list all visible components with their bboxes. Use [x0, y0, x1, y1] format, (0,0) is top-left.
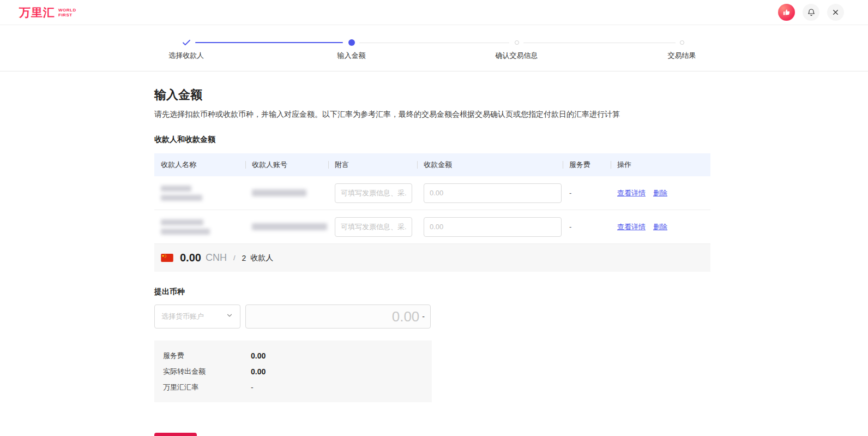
col-header-amount: 收款金额: [417, 160, 563, 170]
step-result: 交易结果: [622, 38, 742, 61]
step-label: 输入金额: [292, 51, 412, 61]
transfer-stepper: 选择收款人 输入金额 确认交易信息 交易结果: [104, 25, 764, 71]
withdraw-amount-value: 0.00: [392, 308, 420, 325]
col-header-recipient-account: 收款人账号: [245, 160, 328, 170]
step-label: 交易结果: [622, 51, 742, 61]
stepper-band: 选择收款人 输入金额 确认交易信息 交易结果: [0, 25, 868, 71]
fee-value: -: [563, 189, 611, 197]
totals-label: 万里汇汇率: [163, 383, 251, 392]
view-detail-link[interactable]: 查看详情: [617, 188, 646, 198]
step-pending-dot-icon: [515, 40, 519, 45]
fee-value: -: [563, 223, 611, 231]
memo-cell: [328, 183, 417, 203]
table-header-row: 收款人名称 收款人账号 附言 收款金额 服务费 操作: [154, 153, 710, 176]
recipients-section-title: 收款人和收款金额: [154, 135, 710, 145]
recipient-count: 2: [242, 254, 246, 262]
totals-value: 0.00: [251, 351, 266, 360]
totals-label: 实际转出金额: [163, 367, 251, 377]
totals-row-fee: 服务费 0.00: [163, 348, 423, 363]
withdraw-section-title: 提出币种: [154, 287, 710, 297]
delete-link[interactable]: 删除: [653, 188, 667, 198]
col-header-fee: 服务费: [563, 160, 611, 170]
col-header-actions: 操作: [611, 160, 710, 170]
step-confirm-info: 确认交易信息: [457, 38, 577, 61]
total-amount: 0.00: [180, 252, 201, 264]
memo-input[interactable]: [335, 183, 412, 203]
totals-label: 服务费: [163, 351, 251, 361]
amount-cell: [417, 183, 563, 203]
slash-separator: /: [233, 254, 236, 262]
col-header-memo: 附言: [328, 160, 417, 170]
recipient-count-label: 收款人: [250, 253, 273, 263]
chevron-down-icon: [226, 312, 233, 321]
withdraw-amount-suffix: -: [422, 312, 425, 321]
notifications-button[interactable]: [803, 4, 819, 21]
step-active-dot-icon: [348, 39, 355, 46]
table-row: - 查看详情 删除: [154, 210, 710, 244]
receive-amount-input[interactable]: [424, 183, 562, 203]
withdraw-amount-input[interactable]: 0.00 -: [245, 304, 431, 329]
step-enter-amount: 输入金额: [292, 38, 412, 61]
logo-en-text: WORLD FIRST: [58, 8, 76, 17]
feedback-button[interactable]: [778, 4, 795, 21]
page-subtitle: 请先选择扣款币种或收款币种，并输入对应金额。以下汇率为参考汇率，最终的交易金额会…: [154, 110, 710, 120]
step-label: 确认交易信息: [457, 51, 577, 61]
table-row: - 查看详情 删除: [154, 176, 710, 210]
next-step-button[interactable]: 下一步: [154, 433, 197, 436]
recipient-name-redacted: [154, 186, 245, 201]
recipient-account-redacted: [245, 223, 328, 230]
thumb-up-icon: [782, 8, 791, 16]
topbar-icons: [778, 4, 844, 21]
col-header-recipient-name: 收款人名称: [154, 160, 245, 170]
memo-input[interactable]: [335, 217, 412, 237]
view-detail-link[interactable]: 查看详情: [617, 222, 646, 232]
recipient-name-redacted: [154, 219, 245, 235]
step-label: 选择收款人: [126, 51, 246, 61]
step-completed-check-icon: [126, 38, 246, 47]
row-actions: 查看详情 删除: [611, 188, 710, 198]
withdraw-currency-section: 提出币种 选择货币账户 0.00 -: [154, 287, 710, 329]
worldfirst-logo[interactable]: 万里汇 WORLD FIRST: [19, 5, 76, 20]
totals-row-exchange-rate: 万里汇汇率 -: [163, 379, 423, 395]
memo-cell: [328, 217, 417, 237]
delete-link[interactable]: 删除: [653, 222, 667, 232]
page-title: 输入金额: [154, 87, 710, 103]
totals-value: 0.00: [251, 367, 266, 376]
logo-cn-text: 万里汇: [19, 5, 55, 20]
step-pending-dot-icon: [680, 40, 684, 45]
step-select-recipient: 选择收款人: [126, 38, 246, 61]
currency-account-select[interactable]: 选择货币账户: [154, 304, 240, 329]
totals-row-actual-amount: 实际转出金额 0.00: [163, 363, 423, 379]
total-currency: CNH: [206, 252, 227, 264]
form-actions: 下一步 上一步: [154, 433, 710, 436]
total-summary-row: 0.00 CNH / 2 收款人: [154, 244, 710, 272]
row-actions: 查看详情 删除: [611, 222, 710, 232]
totals-box: 服务费 0.00 实际转出金额 0.00 万里汇汇率 -: [154, 341, 432, 402]
totals-value: -: [251, 383, 254, 392]
close-button[interactable]: [827, 4, 844, 21]
close-icon: [832, 9, 839, 16]
main-content: 输入金额 请先选择扣款币种或收款币种，并输入对应金额。以下汇率为参考汇率，最终的…: [154, 87, 710, 436]
amount-cell: [417, 217, 563, 237]
bell-icon: [807, 8, 816, 17]
recipients-table: 收款人名称 收款人账号 附言 收款金额 服务费 操作: [154, 153, 710, 272]
receive-amount-input[interactable]: [424, 217, 562, 237]
select-placeholder: 选择货币账户: [161, 312, 204, 321]
recipient-account-redacted: [245, 189, 328, 196]
china-flag-icon: [161, 254, 173, 262]
top-bar: 万里汇 WORLD FIRST: [0, 0, 868, 25]
